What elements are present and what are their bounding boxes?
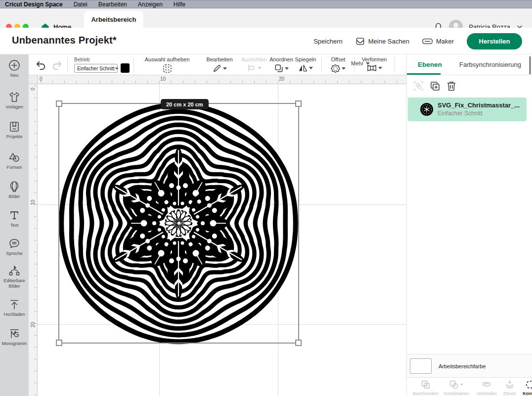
vertical-ruler: 0 10 20 — [29, 84, 38, 396]
sidebar-item-label: Text — [0, 223, 29, 228]
sidebar-item-editierbare-bilder[interactable]: Editierbare Bilder — [0, 265, 29, 289]
tab-ebenen[interactable]: Ebenen — [418, 61, 442, 68]
sidebar-item-label: Bilder — [0, 194, 29, 199]
sidebar-item-projekte[interactable]: Projekte — [0, 121, 29, 140]
plus-circle-icon — [0, 59, 29, 71]
color-swatch-black[interactable] — [121, 63, 130, 73]
more-button[interactable]: Mehr — [351, 60, 370, 66]
operation-select[interactable]: Einfacher Schnitt — [74, 64, 118, 73]
save-button[interactable]: Speichern — [313, 38, 343, 45]
text-icon — [0, 209, 29, 221]
layer-actions-row — [407, 75, 532, 98]
edit-button[interactable]: Bearbeiten — [199, 56, 240, 73]
sidebar-item-hochladen[interactable]: Hochladen — [0, 298, 29, 317]
caret-down-icon — [342, 67, 346, 70]
ruler-label: 20 — [279, 76, 284, 82]
arrange-button[interactable]: Anordnen — [267, 56, 296, 73]
selection-handle-bottom-left[interactable] — [56, 340, 62, 346]
project-title: Unbenanntes Projekt* — [12, 35, 117, 46]
trash-icon[interactable] — [446, 81, 456, 92]
sidebar-item-label: Hochladen — [0, 312, 29, 317]
duplicate-icon[interactable] — [430, 81, 441, 92]
menu-item-anzeigen[interactable]: Anzeigen — [138, 1, 163, 8]
contour-button[interactable]: Kontur — [515, 380, 532, 396]
sidebar-item-spr-che[interactable]: Sprüche — [0, 238, 29, 256]
sidebar-item-label: Editierbare Bilder — [0, 278, 29, 289]
deselect-icon — [138, 64, 196, 73]
combine-icon — [449, 380, 459, 390]
cutting-machine-icon — [422, 37, 433, 46]
pencil-icon — [213, 64, 222, 73]
menu-item-datei[interactable]: Datei — [74, 1, 88, 8]
active-tab-label: Arbeitsbereich — [91, 16, 136, 23]
macos-menu-bar: Cricut Design Space Datei Bearbeiten Anz… — [0, 0, 532, 8]
redo-icon[interactable] — [51, 60, 62, 70]
menu-item-bearbeiten[interactable]: Bearbeiten — [98, 1, 127, 8]
canvas-area: 0 10 20 0 10 20 — [29, 75, 406, 396]
workspace-color-label: Arbeitsbereichfarbe — [439, 363, 486, 369]
caret-down-icon — [258, 67, 262, 69]
make-it-button[interactable]: Herstellen — [467, 33, 522, 50]
selection-handle-top-right[interactable] — [295, 100, 302, 107]
horizontal-ruler: 0 10 20 — [38, 75, 406, 84]
deselect-button[interactable]: Auswahl aufheben — [138, 56, 196, 73]
undo-icon[interactable] — [36, 60, 46, 70]
layers-panel: Ebenen Farbsynchronisierung SVG_Fix_Chri… — [406, 54, 532, 396]
upload-icon — [0, 298, 29, 310]
workspace-color-section: Arbeitsbereichfarbe — [407, 354, 532, 377]
crop-button-disabled: Beschneiden — [411, 380, 441, 396]
menu-item-hilfe[interactable]: Hilfe — [174, 1, 185, 8]
caret-down-icon — [115, 67, 118, 69]
arrange-layers-icon — [274, 64, 283, 73]
mirror-icon — [298, 64, 308, 72]
sidebar-item-neu[interactable]: Neu — [0, 59, 29, 78]
sidebar-item-bilder[interactable]: Bilder — [0, 181, 29, 199]
selection-bounding-box[interactable] — [58, 103, 299, 344]
window-tab-bar: Home Arbeitsbereich Patricia Rozza — [0, 8, 532, 28]
balloon-icon — [0, 181, 29, 193]
monogram-icon — [0, 328, 29, 340]
sidebar-item-monogramm[interactable]: Monogramm — [0, 328, 29, 346]
my-stuff-button[interactable]: Meine Sachen — [355, 37, 409, 46]
panel-tabs: Ebenen Farbsynchronisierung — [407, 54, 532, 75]
selection-handle-top-left[interactable] — [56, 100, 62, 107]
workspace-mat[interactable]: 20 cm x 20 cm — [38, 84, 406, 396]
menu-app-name[interactable]: Cricut Design Space — [5, 1, 63, 8]
ruler-label: 20 — [29, 321, 37, 329]
project-header: Unbenanntes Projekt* Speichern Meine Sac… — [0, 28, 532, 54]
mirror-button[interactable]: Spiegeln — [293, 56, 318, 72]
selection-handle-bottom-right[interactable] — [295, 340, 302, 346]
contour-icon — [515, 380, 532, 390]
caret-down-icon — [378, 67, 382, 69]
panel-scrollbar-thumb[interactable] — [530, 56, 531, 74]
active-tab-underline — [407, 73, 441, 75]
tab-farbsynchronisierung[interactable]: Farbsynchronisierung — [459, 61, 521, 68]
tab-arbeitsbereich[interactable]: Arbeitsbereich — [84, 11, 143, 28]
group-icon — [413, 81, 424, 91]
crop-icon — [411, 380, 441, 390]
project-book-icon — [0, 121, 29, 133]
layer-operation-type: Einfacher Schnitt — [438, 110, 483, 117]
align-icon — [247, 64, 256, 72]
sidebar-item-formen[interactable]: Formen — [0, 151, 29, 170]
layer-item[interactable]: SVG_Fix_Christmasstar_... Einfacher Schn… — [408, 98, 527, 121]
operation-label: Betrieb — [74, 57, 90, 62]
sidebar-item-vorlagen[interactable]: Vorlagen — [0, 91, 29, 110]
offset-icon — [331, 64, 340, 73]
tshirt-icon — [0, 91, 29, 103]
ruler-label: 0 — [40, 76, 43, 82]
offset-button[interactable]: Offset — [325, 56, 351, 73]
ruler-label: 10 — [29, 198, 37, 206]
sidebar-item-label: Vorlagen — [0, 104, 29, 110]
sidebar-item-text[interactable]: Text — [0, 209, 29, 228]
edit-toolbar: Betrieb Einfacher Schnitt Auswahl aufheb… — [29, 54, 406, 75]
workspace-color-swatch[interactable] — [410, 358, 432, 374]
machine-select-button[interactable]: Maker — [422, 37, 454, 46]
sidebar-item-label: Projekte — [0, 134, 29, 140]
bezier-icon — [0, 265, 29, 277]
sidebar-item-label: Formen — [0, 165, 29, 170]
ruler-label: 0 — [29, 85, 37, 93]
caret-down-icon — [223, 67, 227, 70]
caret-down-icon — [366, 62, 370, 65]
mail-tray-icon — [355, 37, 365, 46]
